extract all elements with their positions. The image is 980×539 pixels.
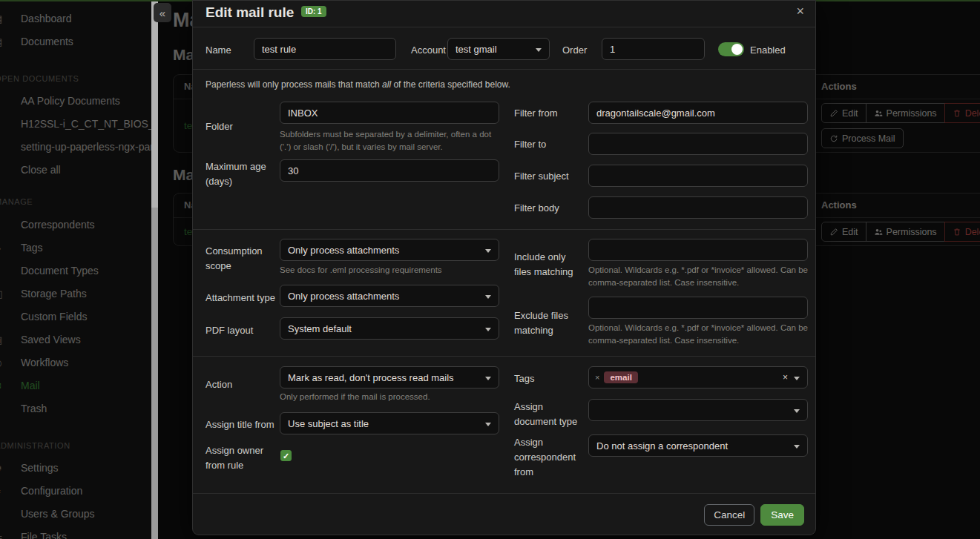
divider — [193, 69, 815, 70]
include-files-hint: Optional. Wildcards e.g. *.pdf or *invoi… — [588, 264, 811, 289]
chevron-down-icon — [794, 377, 800, 380]
tag-remove-icon[interactable]: × — [595, 373, 599, 382]
folder-input[interactable] — [280, 102, 499, 124]
filter-from-label: Filter from — [514, 106, 558, 121]
assign-title-from-label: Assign title from — [205, 417, 274, 432]
select-value: Mark as read, don't process read mails — [288, 372, 454, 383]
check-icon: ✓ — [283, 452, 289, 460]
tags-clear-icon[interactable]: × — [783, 372, 788, 383]
consumption-scope-hint: See docs for .eml processing requirement… — [280, 264, 504, 277]
order-input[interactable] — [602, 38, 705, 60]
folder-hint: Subfolders must be separated by a delimi… — [280, 128, 504, 153]
exclude-files-hint: Optional. Wildcards e.g. *.pdf or *invoi… — [588, 322, 811, 347]
chevron-left-icon: « — [160, 7, 165, 19]
edit-mail-rule-dialog: Edit mail rule ID: 1 × Name Account test… — [192, 0, 816, 535]
filter-to-label: Filter to — [514, 137, 546, 152]
assign-doctype-label: Assign document type — [514, 400, 585, 429]
tag-chip-email: email — [604, 371, 637, 383]
sidebar-scrollbar[interactable] — [151, 0, 158, 539]
filter-subject-label: Filter subject — [514, 169, 569, 184]
select-value: Only process attachments — [288, 245, 399, 256]
pdf-layout-select[interactable]: System default — [280, 317, 499, 340]
name-label: Name — [205, 43, 231, 58]
intro-em: all — [382, 79, 391, 90]
intro-post: of the criteria specified below. — [391, 79, 510, 90]
filter-body-label: Filter body — [514, 201, 559, 216]
account-label: Account — [411, 43, 446, 58]
filter-to-input[interactable] — [588, 133, 808, 155]
attachment-type-label: Attachment type — [205, 291, 275, 305]
select-value: Use subject as title — [288, 418, 369, 429]
attachment-type-select[interactable]: Only process attachments — [280, 285, 499, 307]
select-value: Do not assign a correspondent — [596, 440, 728, 452]
filter-body-input[interactable] — [588, 196, 808, 219]
assign-owner-label: Assign owner from rule — [205, 443, 277, 473]
chevron-down-icon — [794, 445, 800, 449]
criteria-intro-text: Paperless will only process mails that m… — [205, 79, 510, 90]
consumption-scope-select[interactable]: Only process attachments — [280, 239, 499, 261]
modal-footer: Cancel Save — [193, 493, 815, 536]
modal-header: Edit mail rule ID: 1 × — [193, 1, 815, 27]
chevron-down-icon — [536, 48, 542, 52]
toggle-knob — [731, 44, 743, 55]
assign-correspondent-label: Assign correspondent from — [514, 435, 578, 480]
max-age-label: Maximum age (days) — [205, 159, 277, 189]
sidebar-collapse-button[interactable]: « — [154, 3, 171, 22]
assign-doctype-select[interactable] — [588, 399, 808, 421]
account-select[interactable]: test gmail — [447, 38, 550, 60]
pdf-layout-label: PDF layout — [205, 323, 253, 338]
include-files-label: Include only files matching — [514, 250, 585, 280]
scrollbar-thumb[interactable] — [151, 0, 158, 208]
max-age-input[interactable] — [280, 159, 499, 182]
enabled-label: Enabled — [750, 43, 786, 58]
chevron-down-icon — [485, 328, 491, 331]
consumption-scope-label: Consumption scope — [205, 244, 277, 274]
select-value: test gmail — [456, 44, 497, 55]
select-value: Only process attachments — [288, 291, 399, 302]
enabled-toggle[interactable] — [718, 42, 744, 56]
chevron-down-icon — [485, 295, 491, 299]
select-value: System default — [288, 323, 352, 334]
tags-label: Tags — [514, 371, 534, 386]
chevron-down-icon — [485, 423, 491, 426]
name-input[interactable] — [254, 38, 396, 60]
chevron-down-icon — [794, 409, 800, 413]
chevron-down-icon — [485, 249, 491, 253]
filter-subject-input[interactable] — [588, 165, 808, 187]
exclude-files-input[interactable] — [588, 297, 808, 319]
modal-title: Edit mail rule — [205, 4, 294, 21]
filter-from-input[interactable] — [588, 102, 808, 124]
include-files-input[interactable] — [588, 239, 808, 261]
divider — [193, 356, 815, 357]
cancel-button[interactable]: Cancel — [704, 504, 754, 526]
divider — [193, 229, 815, 230]
tags-select[interactable]: × email × — [588, 366, 808, 388]
close-icon[interactable]: × — [796, 4, 804, 19]
exclude-files-label: Exclude files matching — [514, 308, 585, 338]
chevron-down-icon — [485, 377, 491, 380]
assign-title-from-select[interactable]: Use subject as title — [280, 412, 499, 434]
assign-correspondent-select[interactable]: Do not assign a correspondent — [588, 434, 808, 457]
action-select[interactable]: Mark as read, don't process read mails — [280, 366, 499, 388]
action-label: Action — [205, 377, 232, 392]
order-label: Order — [562, 43, 587, 58]
id-badge: ID: 1 — [301, 6, 326, 17]
intro-pre: Paperless will only process mails that m… — [205, 79, 382, 90]
assign-owner-checkbox[interactable]: ✓ — [280, 450, 292, 461]
save-button[interactable]: Save — [760, 504, 804, 526]
action-hint: Only performed if the mail is processed. — [280, 391, 504, 403]
folder-label: Folder — [205, 119, 233, 134]
